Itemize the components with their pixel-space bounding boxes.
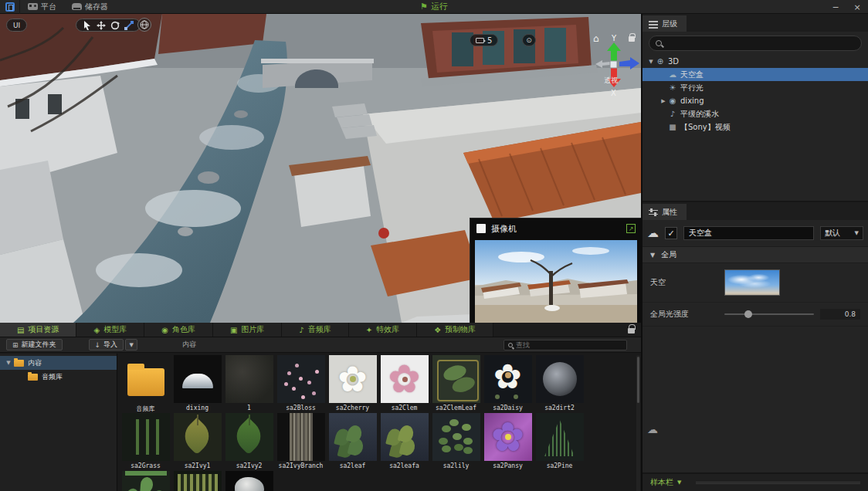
import-button[interactable]: ↓ 导入 <box>89 339 124 350</box>
hierarchy-icon <box>649 20 658 28</box>
tab-audio[interactable]: ♪音频库 <box>282 323 348 337</box>
project-icon: ▤ <box>17 326 24 334</box>
asset-item[interactable]: sa2leaf <box>327 413 378 471</box>
editor-window: 平台 储存器 ⚑ 运行 − × <box>0 0 868 491</box>
tab-prefab[interactable]: ❖预制物库 <box>417 323 493 337</box>
asset-item[interactable]: sa2Grass <box>120 413 171 471</box>
tab-hierarchy[interactable]: 层级 <box>643 15 687 32</box>
asset-thumbnail <box>432 355 480 403</box>
slider-track[interactable] <box>724 313 814 315</box>
rotate-tool-icon[interactable] <box>110 21 120 30</box>
section-global[interactable]: ▼ 全局 <box>643 246 868 263</box>
asset-item[interactable]: sa2dirt2 <box>534 355 585 413</box>
tab-image[interactable]: ▣图片库 <box>213 323 282 337</box>
camera-preview-checkbox[interactable] <box>476 224 486 233</box>
asset-item[interactable]: sa2cherry <box>327 355 378 413</box>
camera-preview-image <box>475 240 637 323</box>
object-name-input[interactable] <box>683 226 814 240</box>
menu-item-storage[interactable]: 储存器 <box>64 0 116 14</box>
run-flag-icon: ⚑ <box>420 2 428 12</box>
tab-model[interactable]: ◈模型库 <box>76 323 144 337</box>
chevron-down-icon: ▼ <box>677 479 681 486</box>
move-tool-icon[interactable] <box>97 21 106 30</box>
camera-icon <box>476 38 484 43</box>
sample-bar-label: 样本栏 <box>650 477 673 488</box>
visibility-toggle[interactable]: ⊙ <box>522 34 536 46</box>
menu-item-platform[interactable]: 平台 <box>20 0 64 14</box>
search-icon <box>656 40 662 46</box>
asset-item[interactable]: dixing <box>171 355 223 413</box>
properties-tabrow: 属性 <box>643 202 868 220</box>
hierarchy-item-3d[interactable]: ▼⊕3D <box>643 55 868 68</box>
asset-item[interactable]: sa2Daisy <box>482 355 534 413</box>
tab-label: 预制物库 <box>445 324 476 335</box>
sky-texture-thumbnail[interactable] <box>724 269 780 296</box>
asset-item[interactable]: 1 <box>223 355 275 413</box>
grid-scrollbar[interactable] <box>636 355 640 491</box>
asset-item[interactable]: sa2Pine <box>534 413 585 471</box>
asset-thumbnail <box>381 355 429 403</box>
tab-project[interactable]: ▤项目资源 <box>0 323 76 337</box>
tab-character[interactable]: ◉角色库 <box>144 323 213 337</box>
globe-icon: ⊕ <box>655 57 666 66</box>
assets-search-input[interactable] <box>516 341 622 349</box>
weather-icon[interactable]: ☁ <box>647 423 658 435</box>
type-dropdown[interactable]: 默认 ▼ <box>820 226 863 240</box>
sample-bar[interactable]: 样本栏 ▼ <box>643 472 868 491</box>
axis-gizmo[interactable]: Y z X <box>585 32 641 99</box>
asset-item[interactable]: sa2Ivy2 <box>223 413 275 471</box>
select-tool-icon[interactable] <box>83 21 92 30</box>
asset-item[interactable]: 音频库 <box>120 355 171 413</box>
asset-label: sa2Grass <box>131 462 161 469</box>
asset-thumbnail <box>174 355 222 403</box>
hierarchy-search-input[interactable] <box>666 39 855 48</box>
asset-item[interactable]: sa2Plant2 <box>120 471 171 491</box>
expand-icon[interactable]: ↗ <box>626 224 636 233</box>
run-button[interactable]: ⚑ 运行 <box>420 0 448 14</box>
grid-snap-icon[interactable] <box>137 18 151 32</box>
hierarchy-item-skybox[interactable]: ☁天空盒 <box>643 68 868 81</box>
hierarchy-item-dixing[interactable]: ▶◉dixing <box>643 94 868 107</box>
effects-icon: ✦ <box>366 326 372 334</box>
folder-tree: ▼内容音频库 <box>0 354 117 491</box>
scene-viewport[interactable]: UI 5 ⊙ ⌂ Y z <box>0 14 641 323</box>
assets-toolbar: ⊞ 新建文件夹 ↓ 导入 ▼ 内容 <box>0 337 641 353</box>
asset-grid: 音频库dixing1sa2Blosssa2cherrysa2Clemsa2Cle… <box>117 354 636 491</box>
new-folder-button[interactable]: ⊞ 新建文件夹 <box>6 339 63 350</box>
asset-item[interactable]: sa2Pansy <box>482 413 534 471</box>
hierarchy-item-light[interactable]: ☀平行光 <box>643 81 868 94</box>
tab-properties[interactable]: 属性 <box>643 204 687 220</box>
asset-item[interactable]: sa2Clem <box>378 355 430 413</box>
assets-search[interactable] <box>504 340 627 350</box>
tab-label: 音频库 <box>308 324 331 335</box>
folder-item[interactable]: 音频库 <box>0 370 117 384</box>
minimize-button[interactable]: − <box>825 0 846 14</box>
hierarchy-search[interactable] <box>649 36 862 51</box>
camera-count-badge[interactable]: 5 <box>470 34 498 46</box>
asset-item[interactable]: sa2leafa <box>378 413 430 471</box>
view-mode-label[interactable]: 透视 <box>604 76 618 86</box>
slider-handle[interactable] <box>744 310 752 318</box>
hierarchy-item-stream[interactable]: ♪平缓的溪水 <box>643 107 868 120</box>
asset-item[interactable]: sa2Bloss <box>275 355 327 413</box>
assets-lock-icon[interactable] <box>628 324 635 334</box>
asset-thumbnail <box>122 471 170 491</box>
asset-item[interactable]: sa2reed <box>171 471 223 491</box>
hierarchy-item-video[interactable]: ■【Sony】视频 <box>643 120 868 134</box>
folder-item[interactable]: ▼内容 <box>0 356 117 370</box>
tab-label: 角色库 <box>172 324 195 335</box>
import-dropdown-button[interactable]: ▼ <box>125 339 137 350</box>
scale-tool-icon[interactable] <box>124 21 134 30</box>
asset-item[interactable]: sa2ClemLeaf <box>430 355 482 413</box>
asset-item[interactable]: sa2lily <box>430 413 482 471</box>
asset-item[interactable]: sa2IvyBranch <box>275 413 327 471</box>
enabled-checkbox[interactable]: ✓ <box>665 227 677 239</box>
menu-item-label: 平台 <box>41 2 56 12</box>
close-button[interactable]: × <box>846 0 868 14</box>
tab-label: 项目资源 <box>28 324 59 335</box>
asset-item[interactable] <box>223 471 275 491</box>
tab-effects[interactable]: ✦特效库 <box>349 323 417 337</box>
asset-item[interactable]: sa2Ivy1 <box>171 413 223 471</box>
asset-thumbnail <box>174 471 222 491</box>
ui-mode-button[interactable]: UI <box>6 19 27 32</box>
